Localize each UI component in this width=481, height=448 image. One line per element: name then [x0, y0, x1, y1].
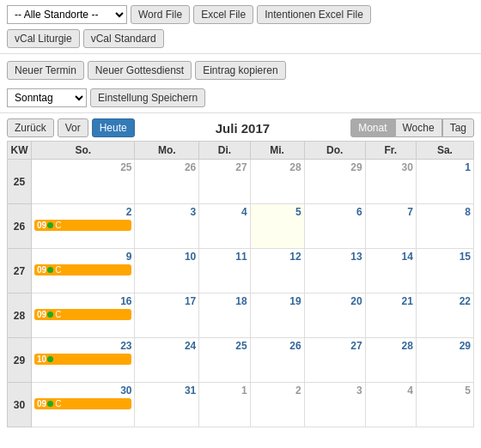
calendar-cell[interactable]: 15 [416, 249, 473, 294]
toolbar-row-4: Sonntag Montag Dienstag Mittwoch Donners… [0, 83, 481, 111]
eintrag-kopieren-button[interactable]: Eintrag kopieren [195, 61, 285, 80]
calendar-cell[interactable]: 25 [32, 160, 135, 204]
col-header-di: Di. [199, 142, 250, 160]
kw-cell: 25 [8, 160, 32, 204]
calendar-event[interactable]: 09C [34, 398, 131, 409]
date-number: 11 [202, 251, 247, 263]
toolbar-row-1: -- Alle Standorte -- Word File Excel Fil… [0, 0, 481, 27]
calendar-cell[interactable]: 6 [304, 204, 365, 249]
date-number: 3 [137, 206, 196, 218]
calendar-cell[interactable]: 27 [304, 338, 365, 383]
vcal-standard-button[interactable]: vCal Standard [83, 29, 164, 48]
col-header-sa: Sa. [416, 142, 473, 160]
calendar-cell[interactable]: 2 [250, 383, 304, 427]
calendar-cell[interactable]: 26 [250, 338, 304, 383]
monat-view-button[interactable]: Monat [350, 118, 394, 137]
calendar-row: 281609C171819202122 [8, 294, 474, 338]
calendar-cell[interactable]: 27 [199, 160, 250, 204]
date-number: 26 [137, 161, 196, 173]
calendar-cell[interactable]: 11 [199, 249, 250, 294]
calendar-cell[interactable]: 7 [365, 204, 416, 249]
calendar-cell[interactable]: 3009C [32, 383, 135, 427]
date-number: 20 [307, 295, 362, 307]
date-number: 18 [202, 295, 247, 307]
calendar-event[interactable]: 09C [34, 220, 131, 231]
view-buttons: Monat Woche Tag [350, 118, 474, 137]
calendar-event[interactable]: 09C [34, 264, 131, 275]
calendar-event[interactable]: 09C [34, 309, 131, 320]
dot-filled-icon [47, 356, 53, 362]
date-number: 4 [368, 384, 413, 397]
date-number: 26 [253, 340, 301, 352]
calendar-cell[interactable]: 1609C [32, 294, 135, 338]
date-number: 16 [34, 295, 131, 307]
calendar-cell[interactable]: 209C [32, 204, 135, 249]
forward-button[interactable]: Vor [58, 118, 88, 137]
event-number: 09 [37, 399, 46, 409]
date-number: 2 [34, 206, 131, 218]
calendar-nav: Zurück Vor Heute Juli 2017 Monat Woche T… [0, 115, 481, 141]
calendar-cell[interactable]: 4 [365, 383, 416, 427]
tag-view-button[interactable]: Tag [442, 118, 474, 137]
calendar-cell[interactable]: 3 [304, 383, 365, 427]
calendar-cell[interactable]: 18 [199, 294, 250, 338]
calendar-cell[interactable]: 29 [304, 160, 365, 204]
kw-cell: 26 [8, 204, 32, 249]
neuer-termin-button[interactable]: Neuer Termin [7, 61, 84, 80]
calendar-cell[interactable]: 5 [416, 383, 473, 427]
calendar-cell[interactable]: 19 [250, 294, 304, 338]
calendar-cell[interactable]: 10 [135, 249, 199, 294]
calendar-cell[interactable]: 20 [304, 294, 365, 338]
calendar-cell[interactable]: 909C [32, 249, 135, 294]
word-file-button[interactable]: Word File [131, 5, 190, 24]
woche-view-button[interactable]: Woche [395, 118, 442, 137]
date-number: 27 [202, 161, 247, 173]
calendar-cell[interactable]: 4 [199, 204, 250, 249]
kw-cell: 27 [8, 249, 32, 294]
calendar-cell[interactable]: 31 [135, 383, 199, 427]
calendar-cell[interactable]: 14 [365, 249, 416, 294]
calendar-cell[interactable]: 5 [250, 204, 304, 249]
calendar-cell[interactable]: 28 [250, 160, 304, 204]
back-button[interactable]: Zurück [7, 118, 54, 137]
intentionen-excel-button[interactable]: Intentionen Excel File [257, 5, 371, 24]
excel-file-button[interactable]: Excel File [193, 5, 253, 24]
calendar-cell[interactable]: 28 [365, 338, 416, 383]
calendar-cell[interactable]: 26 [135, 160, 199, 204]
kw-cell: 28 [8, 294, 32, 338]
calendar-cell[interactable]: 21 [365, 294, 416, 338]
calendar-cell[interactable]: 8 [416, 204, 473, 249]
date-number: 28 [253, 161, 301, 173]
date-number: 12 [253, 251, 301, 263]
day-select[interactable]: Sonntag Montag Dienstag Mittwoch Donners… [7, 88, 87, 107]
date-number: 19 [253, 295, 301, 307]
col-header-mo: Mo. [135, 142, 199, 160]
today-button[interactable]: Heute [92, 118, 135, 137]
date-number: 22 [419, 295, 471, 307]
standorte-select[interactable]: -- Alle Standorte -- [7, 5, 127, 24]
calendar-cell[interactable]: 17 [135, 294, 199, 338]
vcal-liturgie-button[interactable]: vCal Liturgie [7, 29, 80, 48]
neuer-gottesdienst-button[interactable]: Neuer Gottesdienst [88, 61, 192, 80]
calendar-cell[interactable]: 25 [199, 338, 250, 383]
calendar-row: 303009C3112345 [8, 383, 474, 427]
calendar-cell[interactable]: 1 [416, 160, 473, 204]
calendar-cell[interactable]: 12 [250, 249, 304, 294]
date-number: 8 [419, 206, 471, 218]
date-number: 15 [419, 251, 471, 263]
calendar-cell[interactable]: 2310 [32, 338, 135, 383]
date-number: 21 [368, 295, 413, 307]
calendar-cell[interactable]: 3 [135, 204, 199, 249]
calendar-event[interactable]: 10 [34, 354, 131, 365]
calendar-cell[interactable]: 30 [365, 160, 416, 204]
calendar-cell[interactable]: 13 [304, 249, 365, 294]
calendar-cell[interactable]: 22 [416, 294, 473, 338]
calendar-cell[interactable]: 29 [416, 338, 473, 383]
date-number: 10 [137, 251, 196, 263]
calendar-cell[interactable]: 1 [199, 383, 250, 427]
calendar-row: 292310242526272829 [8, 338, 474, 383]
date-number: 1 [419, 161, 471, 173]
date-number: 4 [202, 206, 247, 218]
einstellung-speichern-button[interactable]: Einstellung Speichern [90, 88, 205, 107]
calendar-cell[interactable]: 24 [135, 338, 199, 383]
